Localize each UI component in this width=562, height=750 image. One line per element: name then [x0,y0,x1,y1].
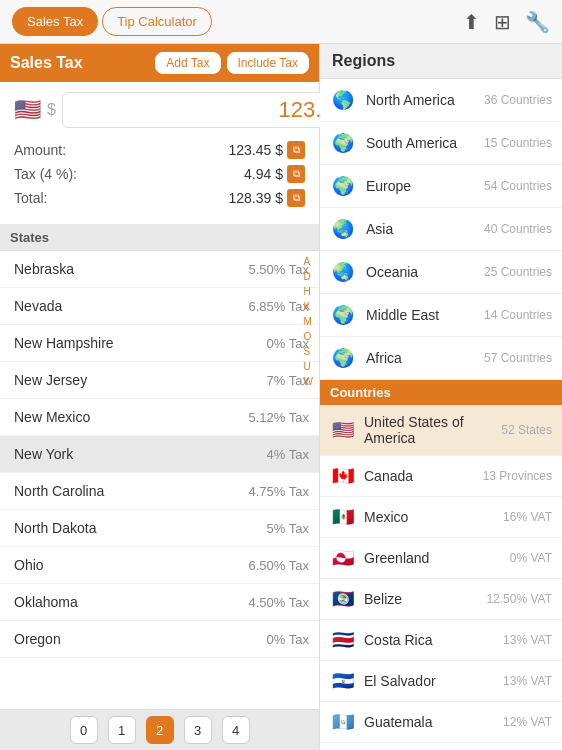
state-row[interactable]: North Carolina4.75% Tax [0,473,319,510]
country-info: 12% VAT [503,715,552,729]
region-row[interactable]: 🌍Europe54 Countries [320,165,562,208]
sales-tax-title: Sales Tax [10,54,83,72]
state-row[interactable]: New Mexico5.12% Tax [0,399,319,436]
country-row[interactable]: 🇸🇻El Salvador13% VAT [320,661,562,702]
region-row[interactable]: 🌍Africa57 Countries [320,337,562,380]
page-dot-0[interactable]: 0 [70,716,98,744]
country-flag: 🇬🇱 [330,547,356,569]
region-name: North America [366,92,474,108]
country-row[interactable]: 🇭🇳Honduras2 Rates [320,743,562,750]
page-dot-4[interactable]: 4 [222,716,250,744]
regions-header: Regions [320,44,562,79]
region-name: South America [366,135,474,151]
country-name: Costa Rica [364,632,495,648]
region-count: 25 Countries [484,265,552,279]
region-row[interactable]: 🌎North America36 Countries [320,79,562,122]
country-flag: 🇺🇸 [14,97,41,123]
states-list[interactable]: A D H K M O S U W Nebraska5.50% TaxNevad… [0,251,319,709]
tax-value: 4.94 $ ⧉ [244,165,305,183]
region-name: Middle East [366,307,474,323]
tip-calculator-tab[interactable]: Tip Calculator [102,7,212,36]
add-tax-button[interactable]: Add Tax [155,52,220,74]
alpha-S[interactable]: S [304,345,313,359]
amount-value: 123.45 $ ⧉ [229,141,306,159]
regions-list[interactable]: 🌎North America36 Countries🌍South America… [320,79,562,750]
country-row[interactable]: 🇬🇹Guatemala12% VAT [320,702,562,743]
region-name: Asia [366,221,474,237]
alpha-U[interactable]: U [304,360,313,374]
country-row[interactable]: 🇺🇸United States of America52 States [320,405,562,456]
calculator-icon[interactable]: ⊞ [494,10,511,34]
country-row[interactable]: 🇨🇦Canada13 Provinces [320,456,562,497]
country-info: 52 States [501,423,552,437]
wrench-icon[interactable]: 🔧 [525,10,550,34]
copy-amount-icon[interactable]: ⧉ [287,141,305,159]
page-dot-3[interactable]: 3 [184,716,212,744]
state-name: Oregon [14,631,61,647]
region-icon: 🌏 [330,218,356,240]
amount-input[interactable] [62,92,355,128]
region-row[interactable]: 🌍South America15 Countries [320,122,562,165]
sales-tax-header: Sales Tax Add Tax Include Tax [0,44,319,82]
state-name: New Hampshire [14,335,114,351]
alpha-D[interactable]: D [304,270,313,284]
tax-label: Tax (4 %): [14,166,77,182]
region-row[interactable]: 🌏Asia40 Countries [320,208,562,251]
country-row[interactable]: 🇧🇿Belize12.50% VAT [320,579,562,620]
country-row[interactable]: 🇲🇽Mexico16% VAT [320,497,562,538]
region-name: Europe [366,178,474,194]
state-name: North Dakota [14,520,96,536]
state-row[interactable]: Nebraska5.50% Tax [0,251,319,288]
state-name: Ohio [14,557,44,573]
amount-input-row: 🇺🇸 $ [14,92,305,128]
total-label: Total: [14,190,47,206]
country-row[interactable]: 🇨🇷Costa Rica13% VAT [320,620,562,661]
state-row[interactable]: Oregon0% Tax [0,621,319,658]
page-dot-1[interactable]: 1 [108,716,136,744]
country-info: 13 Provinces [483,469,552,483]
region-icon: 🌍 [330,175,356,197]
alpha-M[interactable]: M [304,315,313,329]
state-row[interactable]: New Jersey7% Tax [0,362,319,399]
amount-section: 🇺🇸 $ Amount: 123.45 $ ⧉ Tax (4 %): 4.94 … [0,82,319,225]
alpha-O[interactable]: O [304,330,313,344]
region-count: 40 Countries [484,222,552,236]
country-name: Greenland [364,550,502,566]
total-row: Total: 128.39 $ ⧉ [14,186,305,210]
alpha-H[interactable]: H [304,285,313,299]
alpha-K[interactable]: K [304,300,313,314]
state-row[interactable]: North Dakota5% Tax [0,510,319,547]
tax-row: Tax (4 %): 4.94 $ ⧉ [14,162,305,186]
sales-tax-tab[interactable]: Sales Tax [12,7,98,36]
alpha-A[interactable]: A [304,255,313,269]
country-info: 0% VAT [510,551,552,565]
share-icon[interactable]: ⬆ [463,10,480,34]
page-dot-2[interactable]: 2 [146,716,174,744]
country-row[interactable]: 🇬🇱Greenland0% VAT [320,538,562,579]
include-tax-button[interactable]: Include Tax [227,52,310,74]
state-name: North Carolina [14,483,104,499]
state-row[interactable]: New Hampshire0% Tax [0,325,319,362]
copy-total-icon[interactable]: ⧉ [287,189,305,207]
copy-tax-icon[interactable]: ⧉ [287,165,305,183]
state-row[interactable]: Nevada6.85% Tax [0,288,319,325]
total-value: 128.39 $ ⧉ [229,189,306,207]
region-icon: 🌏 [330,261,356,283]
state-row[interactable]: Ohio6.50% Tax [0,547,319,584]
state-row[interactable]: Oklahoma4.50% Tax [0,584,319,621]
country-name: El Salvador [364,673,495,689]
state-tax: 4.50% Tax [249,595,309,610]
country-flag: 🇬🇹 [330,711,356,733]
page-pagination: 01234 [0,709,319,750]
country-flag: 🇲🇽 [330,506,356,528]
state-row[interactable]: New York4% Tax [0,436,319,473]
country-flag: 🇨🇷 [330,629,356,651]
top-icons: ⬆ ⊞ 🔧 [463,10,550,34]
region-row[interactable]: 🌏Oceania25 Countries [320,251,562,294]
state-tax: 4.75% Tax [249,484,309,499]
region-row[interactable]: 🌍Middle East14 Countries [320,294,562,337]
region-count: 15 Countries [484,136,552,150]
state-name: New York [14,446,73,462]
states-header: States [0,225,319,251]
alpha-W[interactable]: W [304,375,313,389]
